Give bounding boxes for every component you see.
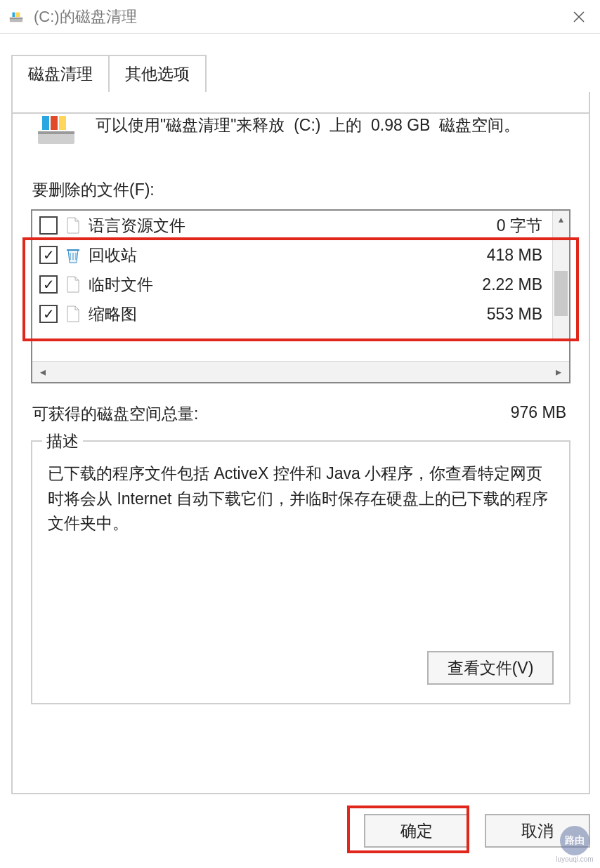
scroll-left-icon[interactable]: ◂ — [32, 362, 53, 383]
file-size: 418 MB — [487, 246, 547, 265]
recycle-bin-icon — [65, 245, 81, 265]
checkbox[interactable]: ✓ — [39, 275, 58, 294]
svg-rect-6 — [42, 116, 49, 130]
intro-size: 0.98 GB — [371, 116, 430, 134]
file-size: 2.22 MB — [482, 275, 547, 294]
description-group: 描述 已下载的程序文件包括 ActiveX 控件和 Java 小程序，你查看特定… — [31, 440, 570, 704]
file-row[interactable]: ✓ 临时文件 2.22 MB — [32, 270, 569, 299]
file-list: 语言资源文件 0 字节 ✓ 回收站 418 MB ✓ — [31, 209, 570, 383]
file-size: 553 MB — [487, 305, 547, 324]
file-name: 语言资源文件 — [89, 215, 497, 237]
total-space-label: 可获得的磁盘空间总量: — [32, 403, 198, 425]
scroll-thumb[interactable] — [554, 271, 568, 316]
titlebar: (C:)的磁盘清理 — [0, 0, 600, 34]
intro-part1: 可以使用"磁盘清理"来释放 — [96, 116, 285, 134]
close-button[interactable] — [558, 0, 600, 34]
vertical-scrollbar[interactable]: ▴ — [552, 211, 569, 340]
checkbox[interactable]: ✓ — [39, 305, 58, 323]
description-text: 已下载的程序文件包括 ActiveX 控件和 Java 小程序，你查看特定网页时… — [48, 461, 554, 546]
dialog-footer: 确定 取消 — [0, 800, 600, 848]
file-row[interactable]: ✓ 回收站 418 MB — [32, 240, 569, 270]
svg-rect-5 — [38, 131, 74, 134]
view-files-button[interactable]: 查看文件(V) — [427, 651, 554, 685]
total-space-row: 可获得的磁盘空间总量: 976 MB — [32, 403, 570, 425]
file-name: 回收站 — [89, 244, 487, 266]
disk-cleanup-icon — [8, 9, 24, 25]
watermark: 路由 luyouqi.com — [554, 823, 596, 865]
watermark-text: luyouqi.com — [556, 855, 593, 863]
description-legend: 描述 — [42, 430, 83, 452]
svg-rect-8 — [59, 116, 66, 130]
tab-content: 可以使用"磁盘清理"来释放 (C:) 上的 0.98 GB 磁盘空间。 要删除的… — [11, 92, 590, 794]
checkbox[interactable]: ✓ — [39, 246, 58, 264]
drive-icon — [35, 112, 77, 148]
total-space-value: 976 MB — [511, 403, 570, 425]
checkbox[interactable] — [39, 216, 58, 235]
file-name: 缩略图 — [89, 303, 487, 325]
intro-part3: 磁盘空间。 — [439, 116, 520, 134]
ok-button[interactable]: 确定 — [364, 814, 469, 848]
svg-rect-7 — [51, 116, 58, 130]
tab-other-options[interactable]: 其他选项 — [108, 55, 207, 92]
svg-rect-2 — [13, 12, 15, 16]
scroll-right-icon[interactable]: ▸ — [548, 362, 569, 383]
files-to-delete-label: 要删除的文件(F): — [32, 179, 570, 201]
watermark-logo: 路由 — [560, 826, 589, 855]
svg-rect-1 — [10, 17, 22, 18]
window-title: (C:)的磁盘清理 — [34, 6, 137, 27]
file-icon — [65, 216, 81, 235]
file-size: 0 字节 — [497, 215, 547, 237]
intro-part2: 上的 — [330, 116, 362, 134]
horizontal-scrollbar[interactable]: ◂ ▸ — [32, 361, 569, 382]
scroll-up-icon[interactable]: ▴ — [553, 211, 569, 228]
file-row[interactable]: 语言资源文件 0 字节 — [32, 211, 569, 240]
tab-strip: 磁盘清理 其他选项 — [11, 55, 600, 92]
file-row[interactable]: ✓ 缩略图 553 MB — [32, 299, 569, 329]
svg-rect-3 — [15, 12, 20, 16]
intro-drive: (C:) — [294, 116, 320, 134]
tab-disk-cleanup[interactable]: 磁盘清理 — [11, 55, 110, 92]
file-icon — [65, 275, 81, 294]
file-name: 临时文件 — [89, 274, 482, 296]
file-icon — [65, 304, 81, 324]
